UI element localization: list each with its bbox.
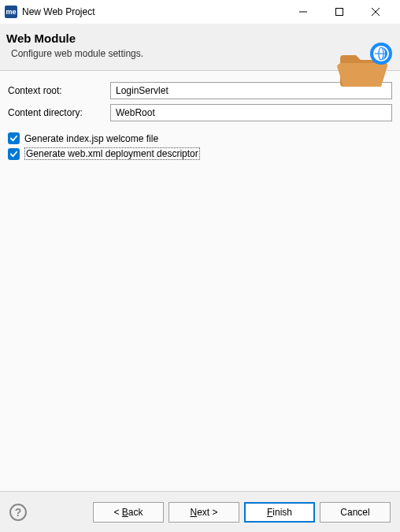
generate-webxml-checkbox[interactable] [8,148,20,160]
help-icon[interactable]: ? [9,504,27,521]
svg-rect-1 [336,9,343,16]
close-button[interactable] [357,0,394,24]
wizard-header: Web Module Configure web module settings… [0,24,400,71]
page-title: Web Module [6,32,391,45]
window-title: New Web Project [22,6,285,17]
finish-button[interactable]: Finish [244,502,315,523]
wizard-content: Context root: Content directory: Generat… [0,71,400,500]
page-subtitle: Configure web module settings. [11,48,391,59]
content-directory-row: Content directory: [8,104,392,121]
context-root-label: Context root: [8,85,110,96]
maximize-button[interactable] [321,0,357,24]
back-button[interactable]: < Back [93,502,164,523]
generate-webxml-label[interactable]: Generate web.xml deployment descriptor [24,147,200,160]
cancel-button[interactable]: Cancel [320,502,391,523]
title-bar: me New Web Project [0,0,400,24]
generate-webxml-row: Generate web.xml deployment descriptor [8,147,392,160]
generate-jsp-checkbox[interactable] [8,132,20,144]
content-directory-input[interactable] [110,104,392,121]
wizard-footer: ? < Back Next > Finish Cancel [0,491,400,532]
next-button[interactable]: Next > [169,502,239,523]
minimize-button[interactable] [285,0,321,24]
generate-jsp-label[interactable]: Generate index.jsp welcome file [24,133,158,144]
content-directory-label: Content directory: [8,107,110,118]
wizard-banner-icon [335,43,392,92]
app-icon: me [5,6,17,18]
window-controls [285,0,394,24]
generate-jsp-row: Generate index.jsp welcome file [8,132,392,144]
context-root-row: Context root: [8,82,392,99]
